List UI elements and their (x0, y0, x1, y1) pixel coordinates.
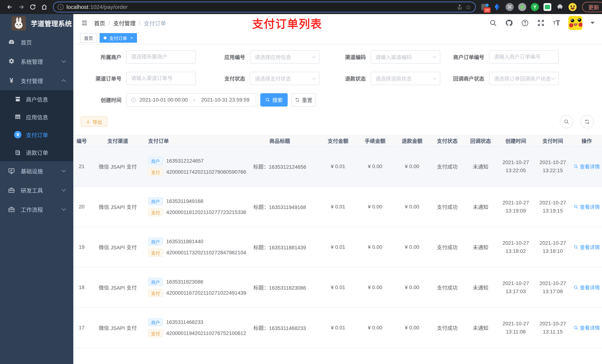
cell-refund: ¥ 0.00 (394, 204, 430, 210)
cell-title: 标题：1635311881439 (240, 243, 320, 251)
view-detail-link[interactable]: 查看详情 (573, 163, 600, 170)
view-detail-link[interactable]: 查看详情 (573, 324, 600, 331)
extension-emoji-icon[interactable] (568, 3, 577, 11)
breadcrumb-separator: / (139, 20, 140, 26)
extension-grid-icon[interactable]: ◆ 10 (480, 3, 489, 11)
app-title: 芋道管理系统 (31, 18, 72, 28)
chrome-update-button[interactable]: 更新 (582, 2, 602, 12)
pay-status-select[interactable]: 请选择支付状态 (250, 72, 320, 85)
extension-chat-icon[interactable] (543, 3, 552, 11)
cell-notify: 未通知 (464, 163, 497, 170)
cell-id: 19 (73, 244, 90, 250)
github-icon[interactable] (505, 19, 513, 27)
sidebar-item-devtools[interactable]: 研发工具 (0, 180, 73, 200)
extension-record-icon[interactable] (518, 3, 527, 11)
field-label: 应用编号 (214, 53, 245, 61)
extensions-puzzle-icon[interactable] (556, 3, 564, 11)
create-time-range-picker[interactable]: 2021-10-01 00:00:00 - 2021-10-31 23:59:5… (126, 93, 256, 106)
sidebar-item-system[interactable]: 系统管理 (0, 52, 73, 71)
filter-row-3: 创建时间 2021-10-01 00:00:00 - 2021-10-31 23… (73, 93, 602, 107)
merchant-order-no: 1635311468233 (166, 319, 203, 325)
toggle-search-button[interactable] (560, 115, 573, 128)
forward-icon[interactable] (16, 1, 27, 13)
home-icon[interactable] (39, 1, 50, 13)
breadcrumb-payment[interactable]: 支付管理 (113, 19, 136, 27)
toolbox-icon (7, 187, 16, 194)
col-notify: 回调状态 (464, 137, 497, 145)
extension-y-icon[interactable]: Y (531, 3, 539, 11)
view-detail-link[interactable]: 查看详情 (573, 284, 600, 291)
avatar-dropdown-caret[interactable] (591, 22, 595, 26)
cell-amount: ¥ 0.01 (320, 325, 356, 331)
refund-status-select[interactable]: 请选择退款状态 (371, 72, 440, 85)
fullscreen-icon[interactable] (537, 19, 545, 27)
reset-button[interactable]: 重置 (291, 93, 316, 106)
cell-amount: ¥ 0.01 (320, 284, 356, 290)
sidebar-item-infrastructure[interactable]: 基础设施 (0, 161, 73, 180)
cell-pay-time: 2021-10-27 13:17:08 (534, 279, 571, 296)
monitor-icon (7, 167, 16, 174)
extension-badge: 10 (483, 7, 491, 13)
sidebar-item-payment[interactable]: ¥ 支付管理 (0, 71, 73, 90)
font-size-icon[interactable]: TT (553, 19, 560, 27)
navbar-actions: TT (489, 16, 595, 30)
channel-order-no-input[interactable] (126, 72, 196, 85)
cell-pay-time: 2021-10-27 13:22:15 (534, 158, 571, 175)
merchant-input[interactable] (126, 50, 196, 64)
col-create-time: 创建时间 (497, 137, 534, 145)
user-avatar[interactable] (568, 16, 582, 30)
view-detail-link[interactable]: 查看详情 (573, 243, 600, 251)
cell-pay-time: 2021-10-27 13:19:15 (534, 199, 571, 215)
sidebar-item-refund-order[interactable]: 退款订单 (0, 144, 73, 161)
col-pay-order: 支付订单 (146, 137, 240, 145)
refresh-button[interactable] (580, 115, 594, 128)
shop-icon (14, 96, 22, 103)
export-button[interactable]: 导出 (81, 116, 107, 127)
field-label: 回调商户状态 (451, 75, 484, 82)
merchant-order-no-input[interactable] (489, 50, 559, 64)
field-label: 退款状态 (338, 75, 366, 82)
reload-icon[interactable] (27, 1, 39, 13)
sidebar-item-home[interactable]: 首页 (0, 32, 73, 52)
breadcrumb-home[interactable]: 首页 (94, 19, 105, 27)
tab-pay-order[interactable]: 支付订单 × (100, 33, 137, 43)
app-logo: 芋道管理系统 (0, 14, 73, 32)
sidebar-item-pay-order[interactable]: ¥ 支付订单 (0, 126, 73, 144)
channel-code-select[interactable]: 请输入渠道编码 (371, 50, 440, 64)
view-detail-link[interactable]: 查看详情 (573, 203, 600, 210)
site-info-icon[interactable]: i (58, 4, 64, 10)
search-icon[interactable] (489, 19, 497, 27)
search-button[interactable]: 搜索 (260, 93, 288, 106)
cell-create-time: 2021-10-27 13:11:08 (497, 320, 534, 336)
yen-icon: ¥ (7, 77, 16, 84)
close-tab-icon[interactable]: × (130, 35, 133, 41)
breadcrumb-current: 支付订单 (144, 19, 166, 27)
sidebar-item-app-info[interactable]: 应用信息 (0, 108, 73, 126)
col-actions: 操作 (571, 137, 602, 145)
tab-home[interactable]: 首页 (80, 33, 97, 43)
cell-pay-time: 2021-10-27 13:11:15 (534, 320, 571, 336)
back-icon[interactable] (4, 1, 16, 13)
sidebar-item-merchant-info[interactable]: 商户信息 (0, 90, 73, 108)
sidebar-collapse-icon[interactable] (81, 19, 88, 27)
field-label: 创建时间 (81, 96, 121, 104)
field-label: 所属商户 (81, 53, 121, 61)
table-row-partial: 商户 1635311579 (73, 348, 602, 364)
help-icon[interactable] (521, 19, 529, 27)
pay-order-no: 4200001194202110276752100612 (166, 330, 246, 336)
extension-command-icon[interactable]: ⌘ (505, 3, 514, 11)
pay-order-no: 4200001173202110272847982104 (166, 250, 246, 256)
sidebar-item-label: 研发工具 (21, 186, 43, 194)
chevron-down-icon (312, 76, 316, 80)
share-icon[interactable] (457, 4, 462, 10)
extension-kite-icon[interactable] (493, 3, 501, 11)
chevron-down-icon (433, 54, 437, 58)
table-row: 18 微信 JSAPI 支付 商户 1635311823086 支付 42000… (73, 268, 602, 308)
cell-actions: 查看详情 (571, 284, 602, 291)
notify-status-select[interactable]: 请选择订单回调商户状态 (489, 72, 559, 85)
address-bar[interactable]: i localhost :1024/pay/order ☆ (53, 2, 476, 12)
app-select[interactable]: 请选择应用信息 (250, 50, 320, 64)
sidebar-item-workflow[interactable]: 工作流程 (0, 200, 73, 219)
cell-channel: 微信 JSAPI 支付 (90, 163, 146, 170)
bookmark-star-icon[interactable]: ☆ (466, 4, 471, 10)
